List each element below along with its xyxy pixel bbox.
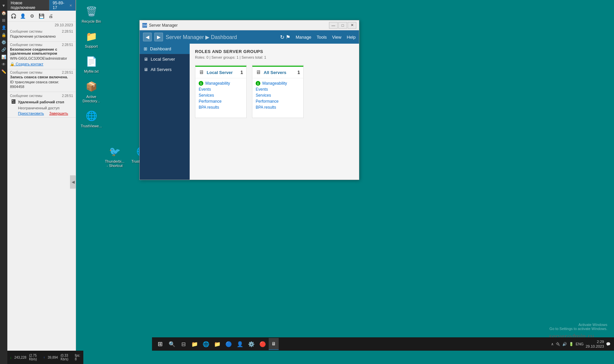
down-arrow-icon: ↓ — [10, 356, 12, 359]
all-bpa-label: BPA results — [256, 105, 276, 110]
server-manager-taskbar-icon: 🖥 — [271, 341, 276, 346]
all-servers-card-icon: 🖥 — [256, 69, 261, 75]
clock-time: 2:29 — [586, 339, 604, 344]
notifications-button[interactable]: 💬 — [606, 342, 611, 346]
local-events-row[interactable]: Events — [199, 86, 243, 92]
sidebar-all-servers-label: All Servers — [151, 67, 172, 72]
print-icon[interactable]: 🖨 — [47, 12, 55, 20]
forward-button[interactable]: ▶ — [154, 33, 163, 41]
file-explorer-button[interactable]: 📁 — [189, 338, 200, 350]
window-title-text: Server Manager — [149, 23, 178, 28]
left-panel: Новое подключение 95-89-17 ✕ 🎧 👤 ⚙ 💾 🖨 2… — [7, 0, 76, 364]
tab-new-connection[interactable]: Новое подключение — [7, 0, 49, 11]
help-menu[interactable]: Help — [347, 35, 356, 40]
search-taskbar-button[interactable]: 🔍 — [167, 338, 177, 350]
all-bpa-row[interactable]: BPA results — [256, 104, 300, 110]
edge-button[interactable]: 🔵 — [223, 338, 234, 350]
home-icon[interactable]: 🏠 — [1, 10, 7, 16]
left-icon-bar: ▼ 🏠 ⊞ 👤 🔒 ⚙️ 🔗 📊 👁 ✏️ — [0, 0, 7, 364]
edit-icon[interactable]: ✏️ — [1, 69, 7, 75]
settings-taskbar-button[interactable]: ⚙️ — [246, 338, 257, 350]
person-taskbar-button[interactable]: 👤 — [235, 338, 245, 350]
desktop-icon-trustviewer-1[interactable]: 🌐 TrustViewe... — [79, 108, 103, 130]
settings-small-icon[interactable]: ⚙ — [28, 12, 36, 20]
window-controls: — □ ✕ — [329, 22, 356, 29]
local-manageability-row[interactable]: ℹ Manageability — [199, 80, 243, 86]
sidebar-item-dashboard[interactable]: ⊞ Dashboard — [140, 44, 190, 54]
person-icon[interactable]: 👤 — [19, 12, 27, 20]
local-server-card-title[interactable]: Local Server — [207, 70, 238, 75]
all-servers-icon: 🖥 — [144, 67, 148, 72]
thunderbird-label: Thunderbi... - Shortcut — [104, 159, 125, 168]
save-icon[interactable]: 💾 — [37, 12, 45, 20]
activate-windows: Activate Windows Go to Settings to activ… — [549, 323, 607, 331]
ie-button[interactable]: 🌐 — [201, 338, 211, 350]
chart-icon[interactable]: 📊 — [1, 54, 7, 60]
notification-date: 29.10.2023 — [7, 22, 76, 28]
link-icon[interactable]: 🔗 — [1, 47, 7, 53]
desktop-icons: 🗑️ Recycle Bin 📁 Support 📄 Myfile.txt 📦 … — [79, 3, 103, 130]
user-icon[interactable]: 👤 — [1, 25, 7, 31]
desktop-icon-active-directory[interactable]: 📦 Active Directory... — [79, 79, 103, 105]
flag-icon[interactable]: ⚑ — [286, 34, 290, 40]
task-view-button[interactable]: ⊟ — [178, 338, 189, 350]
all-performance-row[interactable]: Performance — [256, 98, 300, 104]
remote-desktop-header: 🖥 Удаленный рабочий стол — [10, 98, 73, 105]
all-servers-card-count: 1 — [297, 70, 300, 75]
notification-body: ID трансляции сеанса связи: 8904458 — [10, 80, 73, 89]
headset-icon[interactable]: 🎧 — [9, 12, 17, 20]
tools-menu[interactable]: Tools — [317, 35, 327, 40]
sidebar-item-local-server[interactable]: 🖥 Local Server — [140, 54, 190, 64]
lang-indicator[interactable]: ENG — [576, 342, 584, 346]
remote-desktop-title: Удаленный рабочий стол — [18, 100, 64, 104]
desktop-icon-support[interactable]: 📁 Support — [79, 28, 103, 50]
settings-icon[interactable]: ⚙️ — [1, 39, 7, 45]
local-services-row[interactable]: Services — [199, 92, 243, 98]
all-servers-card-title[interactable]: All Servers — [264, 70, 295, 75]
desktop-icon-myfile[interactable]: 📄 Myfile.txt — [79, 53, 103, 75]
store-button[interactable]: 📁 — [212, 338, 223, 350]
sidebar-local-server-label: Local Server — [151, 57, 175, 62]
desktop-area: 🗑️ Recycle Bin 📁 Support 📄 Myfile.txt 📦 … — [76, 0, 614, 351]
all-events-row[interactable]: Events — [256, 86, 300, 92]
all-manageability-row[interactable]: ℹ Manageability — [256, 80, 300, 86]
end-link[interactable]: Завершить — [49, 111, 68, 115]
desktop-icon-recycle-bin[interactable]: 🗑️ Recycle Bin — [79, 3, 103, 25]
collapse-panel-button[interactable]: ◀ — [70, 175, 76, 189]
desktop-icon-thunderbird[interactable]: 🐦 Thunderbi... - Shortcut — [103, 143, 127, 169]
down-value: 243,228 — [14, 356, 26, 359]
start-button[interactable]: ⊞ — [154, 338, 166, 350]
back-button[interactable]: ◀ — [143, 33, 152, 41]
local-server-icon: 🖥 — [144, 57, 148, 62]
tab-close-icon[interactable]: ✕ — [69, 4, 72, 7]
server-manager-taskbar[interactable]: 🖥 — [269, 338, 279, 350]
sm-content: ROLES AND SERVER GROUPS Roles: 0 | Serve… — [190, 44, 359, 180]
pause-link[interactable]: Приостановить — [18, 111, 44, 115]
clock-date: 29.10.2023 — [586, 344, 604, 349]
refresh-icon[interactable]: ↻ — [280, 34, 284, 40]
all-services-row[interactable]: Services — [256, 92, 300, 98]
sm-toolbar: ◀ ▶ Server Manager ▶ Dashboard ↻ ⚑ Manag… — [140, 30, 359, 44]
support-label: Support — [85, 44, 98, 49]
tab-95-89-17[interactable]: 95-89-17 ✕ — [49, 0, 76, 11]
sidebar-item-all-servers[interactable]: 🖥 All Servers — [140, 64, 190, 75]
lock-icon[interactable]: 🔒 — [1, 32, 7, 38]
manage-menu[interactable]: Manage — [296, 35, 311, 40]
grid-icon[interactable]: ⊞ — [1, 17, 6, 23]
close-button[interactable]: ✕ — [348, 22, 356, 29]
arrow-down-icon[interactable]: ▼ — [1, 3, 6, 9]
minimize-button[interactable]: — — [329, 22, 338, 29]
trustviewer1-icon: 🌐 — [85, 109, 98, 123]
create-contact-link[interactable]: 🔒 Создать контакт — [10, 62, 43, 66]
eye-icon[interactable]: 👁 — [1, 61, 6, 67]
maximize-button[interactable]: □ — [338, 22, 347, 29]
view-menu[interactable]: View — [332, 35, 341, 40]
recycle-bin-icon: 🗑️ — [85, 5, 98, 18]
all-servers-card-body: ℹ Manageability Events Services Performa… — [252, 78, 303, 112]
local-bpa-row[interactable]: BPA results — [199, 104, 243, 110]
myfile-icon: 📄 — [85, 55, 98, 68]
app-red-button[interactable]: 🔴 — [257, 338, 268, 350]
local-server-card-icon: 🖥 — [199, 69, 204, 75]
local-performance-row[interactable]: Performance — [199, 98, 243, 104]
system-tray-arrow[interactable]: ∧ — [551, 342, 554, 346]
